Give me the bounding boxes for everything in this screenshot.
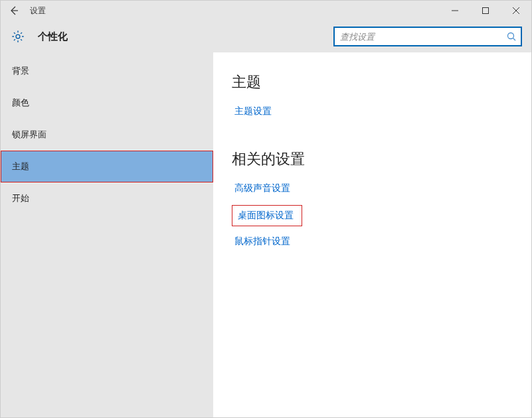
svg-line-7 — [513, 38, 516, 41]
sidebar-item-label: 锁屏界面 — [12, 129, 46, 141]
minimize-button[interactable] — [440, 1, 470, 21]
sidebar-item-2[interactable]: 锁屏界面 — [1, 119, 213, 151]
window-title: 设置 — [30, 5, 46, 17]
section-title-themes: 主题 — [232, 72, 513, 92]
section-title-related: 相关的设置 — [232, 149, 513, 169]
sidebar-item-label: 开始 — [12, 192, 29, 204]
maximize-icon — [482, 7, 489, 15]
related-link-2[interactable]: 鼠标指针设置 — [232, 234, 293, 249]
content-pane: 主题 主题设置 相关的设置 高级声音设置桌面图标设置鼠标指针设置 — [213, 52, 531, 417]
sidebar-item-label: 背景 — [12, 65, 29, 77]
sidebar-item-4[interactable]: 开始 — [1, 182, 213, 214]
maximize-button[interactable] — [470, 1, 501, 21]
page-title: 个性化 — [38, 31, 68, 43]
sidebar: 背景颜色锁屏界面主题开始 — [1, 52, 213, 417]
related-link-0[interactable]: 高级声音设置 — [232, 181, 293, 196]
svg-point-6 — [508, 33, 514, 39]
back-button[interactable] — [1, 1, 27, 21]
close-button[interactable] — [501, 1, 531, 21]
sidebar-item-3[interactable]: 主题 — [1, 151, 213, 182]
window-controls — [440, 1, 531, 21]
related-link-highlight-1: 桌面图标设置 — [232, 205, 302, 226]
gear-icon — [10, 29, 26, 44]
svg-point-5 — [16, 35, 20, 38]
search-input[interactable] — [335, 28, 502, 45]
sidebar-item-label: 主题 — [12, 161, 29, 173]
related-link-1[interactable]: 桌面图标设置 — [235, 208, 296, 223]
minimize-icon — [451, 7, 459, 15]
sidebar-item-label: 颜色 — [12, 97, 29, 109]
arrow-left-icon — [9, 5, 19, 16]
header: 个性化 — [1, 21, 531, 52]
sidebar-item-1[interactable]: 颜色 — [1, 87, 213, 119]
svg-rect-2 — [483, 8, 489, 14]
search-box[interactable] — [333, 27, 522, 46]
settings-window: 设置 — [0, 0, 532, 418]
close-icon — [512, 7, 520, 15]
sidebar-item-0[interactable]: 背景 — [1, 55, 213, 87]
search-icon[interactable] — [502, 31, 521, 42]
themes-link-0[interactable]: 主题设置 — [232, 104, 274, 119]
body: 背景颜色锁屏界面主题开始 主题 主题设置 相关的设置 高级声音设置桌面图标设置鼠… — [1, 52, 531, 417]
titlebar: 设置 — [1, 1, 531, 21]
